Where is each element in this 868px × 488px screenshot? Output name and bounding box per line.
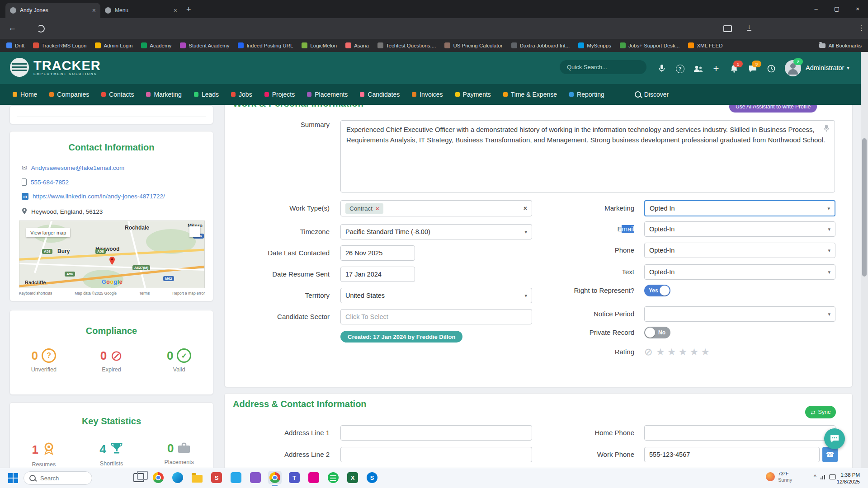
nav-item-projects[interactable]: Projects [264, 91, 295, 98]
all-bookmarks-button[interactable]: All Bookmarks [819, 43, 862, 48]
battery-icon[interactable] [829, 474, 836, 479]
nav-item-leads[interactable]: Leads [194, 91, 219, 98]
nav-item-companies[interactable]: Companies [49, 91, 89, 98]
date-last-contacted-input[interactable] [340, 245, 415, 261]
bookmark-trackerrms-logon[interactable]: TrackerRMS Logon [33, 42, 86, 48]
work-types-field[interactable]: Contract × × [340, 200, 532, 216]
taskbar-app-icon[interactable] [307, 471, 321, 484]
tray-chevron-icon[interactable]: ^ [814, 474, 816, 480]
back-icon[interactable]: ← [8, 23, 16, 33]
tab-close-icon[interactable]: × [92, 7, 96, 14]
summary-mic-icon[interactable] [823, 124, 830, 134]
refresh-icon[interactable] [37, 25, 45, 33]
scrollbar-thumb[interactable] [862, 138, 867, 277]
nav-item-candidates[interactable]: Candidates [360, 91, 400, 98]
messages-icon[interactable]: 3 [747, 63, 758, 74]
nav-item-jobs[interactable]: Jobs [231, 91, 252, 98]
edge-icon[interactable] [171, 471, 184, 484]
tracker-logo[interactable]: TRACKER EMPLOYMENT SOLUTIONS [10, 58, 101, 77]
nav-item-time-expense[interactable]: Time & Expense [503, 91, 557, 98]
notifications-bell-icon[interactable]: 1 [729, 63, 740, 74]
star-icon[interactable]: ★ [701, 347, 710, 357]
bookmark-logicmelon[interactable]: LogicMelon [302, 42, 337, 48]
microphone-icon[interactable] [656, 63, 667, 74]
taskbar-search[interactable] [24, 471, 92, 485]
add-new-icon[interactable]: + [711, 63, 722, 74]
rating-control[interactable]: ⊘ ★ ★ ★ ★ ★ [644, 346, 710, 358]
page-scrollbar[interactable] [861, 52, 868, 468]
bookmark-drift[interactable]: Drift [6, 42, 24, 48]
clear-field-icon[interactable]: × [524, 205, 527, 212]
candidate-sector-input[interactable] [340, 309, 532, 324]
close-button[interactable]: × [847, 0, 868, 17]
map-terms-link[interactable]: Terms [139, 291, 150, 296]
map-keyboard-shortcuts[interactable]: Keyboard shortcuts [19, 291, 52, 296]
taskbar-app-icon[interactable]: S [210, 471, 223, 484]
work-phone-input[interactable] [644, 447, 820, 462]
minimize-button[interactable]: – [806, 0, 826, 17]
view-larger-map-button[interactable]: View larger map [26, 228, 70, 237]
bookmark-xml-feed[interactable]: XML FEED [688, 42, 722, 48]
contact-linkedin-link[interactable]: https://www.linkedin.com/in/andy-jones-4… [33, 193, 165, 200]
embedded-map[interactable]: Rochdale Milnro Heywood Bury Radcliffe A… [19, 221, 205, 288]
nav-item-marketing[interactable]: Marketing [146, 91, 181, 98]
sync-button[interactable]: ⇄ Sync [805, 406, 836, 418]
text-optin-select[interactable]: Opted-In▾ [644, 264, 835, 280]
no-rating-icon[interactable]: ⊘ [644, 346, 652, 358]
map-report-error-link[interactable]: Report a map error [172, 291, 205, 296]
map-fullscreen-button[interactable] [189, 226, 200, 237]
download-icon[interactable]: ↓ [747, 24, 751, 31]
star-icon[interactable]: ★ [667, 347, 676, 357]
nav-item-home[interactable]: Home [13, 91, 37, 98]
star-icon[interactable]: ★ [690, 347, 698, 357]
nav-item-reporting[interactable]: Reporting [569, 91, 604, 98]
network-icon[interactable] [821, 474, 826, 479]
star-icon[interactable]: ★ [656, 347, 665, 357]
bookmark-techfest-questions[interactable]: Techfest Questions.... [377, 42, 436, 48]
contacts-share-icon[interactable] [693, 63, 703, 74]
taskbar-app-icon[interactable] [249, 471, 262, 484]
file-explorer-icon[interactable] [190, 471, 204, 484]
user-avatar[interactable]: 2 [785, 60, 801, 76]
chrome-icon[interactable] [151, 471, 165, 484]
summary-textarea[interactable]: Experienced Chief Executive Officer with… [340, 120, 835, 192]
address-line1-input[interactable] [340, 425, 532, 441]
tab-andy-jones[interactable]: Andy Jones × [5, 3, 100, 18]
chrome-active-icon[interactable] [268, 471, 282, 484]
territory-select[interactable]: United States▾ [340, 288, 532, 303]
timezone-select[interactable]: Pacific Standard Time (-8.00)▾ [340, 224, 532, 239]
bookmark-asana[interactable]: Asana [345, 42, 369, 48]
right-to-represent-toggle[interactable]: Yes [644, 285, 670, 296]
menu-kebab-icon[interactable]: ⋮ [858, 24, 865, 32]
ai-assistant-button[interactable]: Use AI Assistant to write Profile [729, 105, 817, 113]
new-tab-button[interactable]: + [186, 5, 191, 14]
bookmark-admin-login[interactable]: Admin Login [95, 42, 132, 48]
nav-item-discover[interactable]: Discover [635, 91, 669, 98]
work-type-chip[interactable]: Contract × [345, 203, 383, 214]
weather-widget[interactable]: 73°F Sunny [766, 470, 792, 483]
marketing-select[interactable]: Opted In▾ [644, 200, 835, 216]
history-icon[interactable] [766, 63, 777, 74]
live-chat-button[interactable] [824, 428, 845, 449]
call-work-phone-button[interactable]: ☎ [822, 447, 838, 462]
map-marker-icon[interactable] [109, 256, 115, 267]
contact-phone-link[interactable]: 555-684-7852 [31, 179, 69, 186]
help-icon[interactable]: ? [675, 63, 685, 74]
user-menu[interactable]: Administrator ▾ [806, 64, 849, 71]
start-button[interactable] [8, 473, 18, 483]
date-resume-sent-input[interactable] [340, 267, 415, 282]
address-line2-input[interactable] [340, 447, 532, 462]
taskbar-app-icon[interactable] [229, 471, 243, 484]
taskbar-search-input[interactable] [39, 474, 86, 482]
skype-icon[interactable]: S [365, 471, 379, 484]
share-icon[interactable] [723, 25, 732, 32]
bookmark-jobs-support-desk[interactable]: Jobs+ Support Desk... [620, 42, 679, 48]
teams-icon[interactable]: T [288, 471, 301, 484]
bookmark-us-pricing-calculator[interactable]: US Pricing Calculator [444, 42, 502, 48]
email-optin-select[interactable]: Opted-In▾ [644, 221, 835, 237]
contact-email-link[interactable]: Andyisawesome@fake1email.com [31, 164, 125, 171]
home-phone-input[interactable] [644, 425, 835, 441]
nav-item-payments[interactable]: Payments [455, 91, 491, 98]
notice-period-select[interactable]: ▾ [644, 306, 835, 322]
bookmark-student-academy[interactable]: Student Academy [180, 42, 229, 48]
